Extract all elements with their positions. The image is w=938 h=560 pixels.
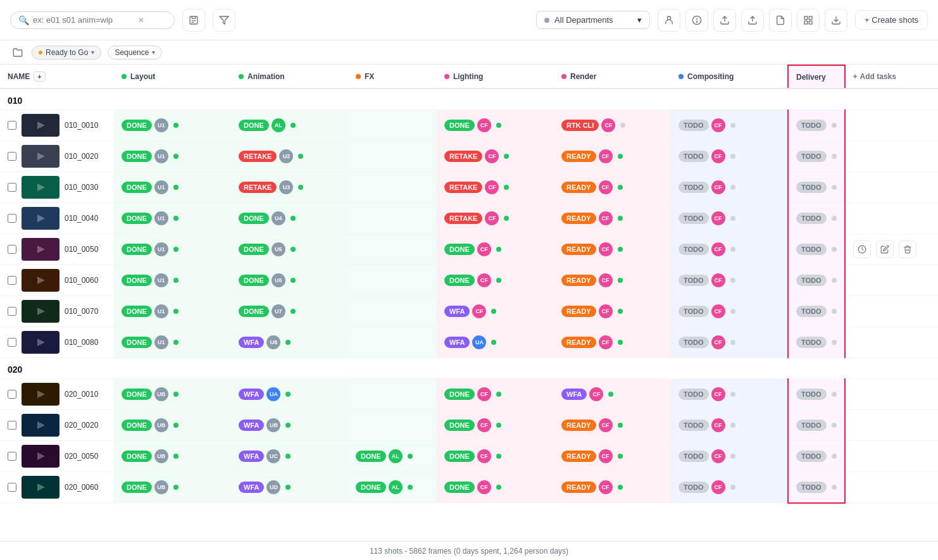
animation-cell[interactable]: DONEU6 <box>231 265 348 296</box>
animation-cell[interactable]: DONEU5 <box>231 234 348 265</box>
delivery-cell[interactable]: TODO <box>788 379 845 410</box>
folder-icon-btn[interactable] <box>10 45 25 60</box>
ready-to-go-filter[interactable]: Ready to Go ▾ <box>32 46 101 59</box>
layout-cell[interactable]: DONEU1 <box>114 203 231 234</box>
save-search-btn[interactable] <box>182 9 205 32</box>
delivery-cell[interactable]: TODO <box>788 203 845 234</box>
row-checkbox[interactable] <box>8 121 16 130</box>
render-cell[interactable]: READYCF <box>554 203 671 234</box>
fx-cell[interactable] <box>348 410 437 441</box>
compositing-cell[interactable]: TODOCF <box>671 110 788 141</box>
row-checkbox[interactable] <box>8 245 16 254</box>
row-checkbox[interactable] <box>8 421 16 430</box>
delivery-cell[interactable]: TODO <box>788 172 845 203</box>
layout-cell[interactable]: DONEU1 <box>114 327 231 358</box>
delivery-cell[interactable]: TODO <box>788 296 845 327</box>
row-checkbox[interactable] <box>8 152 16 161</box>
row-checkbox[interactable] <box>8 390 16 399</box>
compositing-cell[interactable]: TODOCF <box>671 296 788 327</box>
fx-cell[interactable] <box>348 296 437 327</box>
compositing-cell[interactable]: TODOCF <box>671 141 788 172</box>
layout-cell[interactable]: DONEU1 <box>114 234 231 265</box>
row-checkbox[interactable] <box>8 183 16 192</box>
animation-cell[interactable]: RETAKEU2 <box>231 141 348 172</box>
doc-icon-btn[interactable] <box>769 9 792 32</box>
layout-cell[interactable]: DONEUB <box>114 441 231 472</box>
lighting-cell[interactable]: RETAKECF <box>437 141 554 172</box>
layout-cell[interactable]: DONEU1 <box>114 141 231 172</box>
lighting-cell[interactable]: WFACF <box>437 296 554 327</box>
delivery-cell[interactable]: TODO <box>788 234 845 265</box>
row-checkbox[interactable] <box>8 214 16 223</box>
render-cell[interactable]: READYCF <box>554 441 671 472</box>
fx-cell[interactable]: DONEAL <box>348 441 437 472</box>
layout-cell[interactable]: DONEUB <box>114 472 231 503</box>
render-cell[interactable]: READYCF <box>554 472 671 503</box>
delivery-cell[interactable]: TODO <box>788 410 845 441</box>
render-cell[interactable]: READYCF <box>554 327 671 358</box>
delivery-cell[interactable]: TODO <box>788 265 845 296</box>
render-cell[interactable]: RTK CLICF <box>554 110 671 141</box>
fx-cell[interactable] <box>348 234 437 265</box>
compositing-cell[interactable]: TODOCF <box>671 265 788 296</box>
download-icon-btn[interactable] <box>825 9 847 32</box>
clock-icon-btn[interactable] <box>853 240 871 258</box>
compositing-cell[interactable]: TODOCF <box>671 327 788 358</box>
layout-cell[interactable]: DONEU1 <box>114 110 231 141</box>
compositing-cell[interactable]: TODOCF <box>671 172 788 203</box>
search-input[interactable] <box>33 15 134 25</box>
fx-cell[interactable]: DONEAL <box>348 472 437 503</box>
compositing-cell[interactable]: TODOCF <box>671 441 788 472</box>
fx-cell[interactable] <box>348 203 437 234</box>
layout-cell[interactable]: DONEU1 <box>114 296 231 327</box>
animation-cell[interactable]: WFAUB <box>231 410 348 441</box>
search-clear-icon[interactable]: ✕ <box>138 16 144 25</box>
layout-cell[interactable]: DONEUB <box>114 410 231 441</box>
row-checkbox[interactable] <box>8 452 16 461</box>
render-cell[interactable]: READYCF <box>554 141 671 172</box>
render-cell[interactable]: READYCF <box>554 410 671 441</box>
upload-icon-btn[interactable] <box>741 9 764 32</box>
animation-cell[interactable]: WFAUD <box>231 472 348 503</box>
fx-cell[interactable] <box>348 110 437 141</box>
row-checkbox[interactable] <box>8 338 16 347</box>
dept-select[interactable]: All Departments ▾ <box>536 11 650 29</box>
lighting-cell[interactable]: DONECF <box>437 110 554 141</box>
fx-cell[interactable] <box>348 172 437 203</box>
edit-icon-btn[interactable] <box>876 240 894 258</box>
row-checkbox[interactable] <box>8 276 16 285</box>
render-cell[interactable]: READYCF <box>554 234 671 265</box>
layout-cell[interactable]: DONEU1 <box>114 265 231 296</box>
user-icon-btn[interactable] <box>658 9 680 32</box>
animation-cell[interactable]: DONEU4 <box>231 203 348 234</box>
lighting-cell[interactable]: DONECF <box>437 265 554 296</box>
fx-cell[interactable] <box>348 379 437 410</box>
animation-cell[interactable]: WFAU8 <box>231 327 348 358</box>
sequence-filter[interactable]: Sequence ▾ <box>108 46 162 59</box>
grid-icon-btn[interactable] <box>797 9 820 32</box>
compositing-cell[interactable]: TODOCF <box>671 410 788 441</box>
add-tasks-btn[interactable]: +Add tasks <box>853 72 916 81</box>
delivery-cell[interactable]: TODO <box>788 327 845 358</box>
info-icon-btn[interactable] <box>685 9 708 32</box>
delivery-cell[interactable]: TODO <box>788 472 845 503</box>
lighting-cell[interactable]: DONECF <box>437 472 554 503</box>
export-icon-btn[interactable] <box>713 9 736 32</box>
render-cell[interactable]: WFACF <box>554 379 671 410</box>
animation-cell[interactable]: RETAKEU3 <box>231 172 348 203</box>
compositing-cell[interactable]: TODOCF <box>671 379 788 410</box>
create-shots-button[interactable]: + Create shots <box>855 10 928 30</box>
lighting-cell[interactable]: WFAUA <box>437 327 554 358</box>
delete-icon-btn[interactable] <box>899 240 916 258</box>
animation-cell[interactable]: WFAUC <box>231 441 348 472</box>
lighting-cell[interactable]: DONECF <box>437 410 554 441</box>
fx-cell[interactable] <box>348 265 437 296</box>
table-wrapper[interactable]: NAME + Layout Animation FX Lighting <box>0 65 938 541</box>
delivery-cell[interactable]: TODO <box>788 441 845 472</box>
lighting-cell[interactable]: DONECF <box>437 441 554 472</box>
render-cell[interactable]: READYCF <box>554 265 671 296</box>
delivery-cell[interactable]: TODO <box>788 110 845 141</box>
compositing-cell[interactable]: TODOCF <box>671 472 788 503</box>
fx-cell[interactable] <box>348 327 437 358</box>
lighting-cell[interactable]: RETAKECF <box>437 172 554 203</box>
